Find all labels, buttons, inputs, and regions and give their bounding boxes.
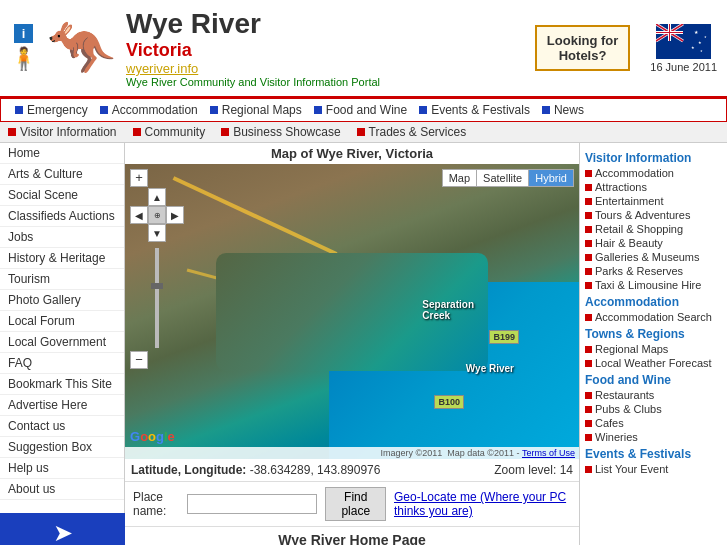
nav-item-news[interactable]: News [536,103,590,117]
hybrid-btn[interactable]: Hybrid [529,169,574,187]
right-link[interactable]: Local Weather Forecast [595,357,712,369]
pan-center-btn[interactable]: ⊕ [148,206,166,224]
right-link[interactable]: Parks & Reserves [595,265,683,277]
left-menu-item[interactable]: History & Heritage [0,248,124,269]
hotel-box-line2: Hotels? [547,48,619,63]
right-link[interactable]: Pubs & Clubs [595,403,662,415]
right-link-item: Cafes [585,417,722,429]
sub-nav-item-visitor-information[interactable]: Visitor Information [8,125,117,139]
left-menu-item[interactable]: Contact us [0,416,124,437]
nav-item-label: Food and Wine [326,103,407,117]
svg-text:★: ★ [698,40,702,45]
b199-badge: B199 [489,330,519,344]
nav-item-events-festivals[interactable]: Events & Festivals [413,103,536,117]
b100-badge: B100 [434,395,464,409]
right-link-dot-icon [585,434,592,441]
svg-text:★: ★ [691,45,695,50]
right-section-title[interactable]: Visitor Information [585,151,722,165]
right-link[interactable]: Taxi & Limousine Hire [595,279,701,291]
right-link[interactable]: Retail & Shopping [595,223,683,235]
left-menu-item[interactable]: Help us [0,458,124,479]
left-menu-item[interactable]: Jobs [0,227,124,248]
right-link-dot-icon [585,254,592,261]
left-menu-item[interactable]: Photo Gallery [0,290,124,311]
right-link[interactable]: Cafes [595,417,624,429]
right-link[interactable]: Restaurants [595,389,654,401]
zoom-minus-btn[interactable]: − [130,351,148,369]
zoom-plus-btn[interactable]: + [130,169,148,187]
pan-down-btn[interactable]: ▼ [148,224,166,242]
left-sidebar: HomeArts & CultureSocial SceneClassified… [0,143,125,545]
sub-nav-item-community[interactable]: Community [133,125,206,139]
geo-locate-link[interactable]: Geo-Locate me (Where your PC thinks you … [394,490,571,518]
right-link[interactable]: Wineries [595,431,638,443]
right-link-dot-icon [585,282,592,289]
person-icon: 🧍 [10,46,37,72]
right-link-item: Wineries [585,431,722,443]
right-link[interactable]: Galleries & Museums [595,251,700,263]
pan-right-btn[interactable]: ▶ [166,206,184,224]
left-menu-item[interactable]: Classifieds Auctions [0,206,124,227]
right-link-dot-icon [585,420,592,427]
main-layout: HomeArts & CultureSocial SceneClassified… [0,143,727,545]
right-link-dot-icon [585,170,592,177]
nav-item-accommodation[interactable]: Accommodation [94,103,204,117]
nav-item-food-and-wine[interactable]: Food and Wine [308,103,413,117]
nav-item-emergency[interactable]: Emergency [9,103,94,117]
right-link[interactable]: Regional Maps [595,343,668,355]
left-menu-item[interactable]: About us [0,479,124,500]
nav-dot-icon [15,106,23,114]
right-section-title[interactable]: Towns & Regions [585,327,722,341]
sub-nav-dot-icon [133,128,141,136]
find-place-button[interactable]: Find place [325,487,386,521]
nav-item-regional-maps[interactable]: Regional Maps [204,103,308,117]
right-link-item: Accommodation [585,167,722,179]
left-menu-item[interactable]: Local Forum [0,311,124,332]
terms-of-use-link[interactable]: Terms of Use [522,448,575,458]
place-name-input[interactable] [187,494,317,514]
left-menu-item[interactable]: FAQ [0,353,124,374]
site-url[interactable]: wyeriver.info [126,61,535,76]
right-link[interactable]: Accommodation [595,167,674,179]
map-info-bar: Latitude, Longitude: -38.634289, 143.890… [125,459,579,482]
right-sidebar: Visitor InformationAccommodationAttracti… [579,143,727,545]
date-display: 16 June 2011 [650,61,717,73]
right-link[interactable]: Tours & Adventures [595,209,690,221]
map-btn[interactable]: Map [442,169,477,187]
left-menu-item[interactable]: Arts & Culture [0,164,124,185]
sub-nav-item-label: Trades & Services [369,125,467,139]
left-menu-item[interactable]: Tourism [0,269,124,290]
sub-nav-bar: Visitor InformationCommunityBusiness Sho… [0,122,727,143]
left-menu-item[interactable]: Local Government [0,332,124,353]
sub-nav-item-business-showcase[interactable]: Business Showcase [221,125,340,139]
right-section-title[interactable]: Events & Festivals [585,447,722,461]
kangaroo-icon: 🦘 [47,16,116,81]
right-link[interactable]: Entertainment [595,195,663,207]
header-top-right: Looking for Hotels? ★ ★ ★ ★ ★ [535,24,717,73]
left-menu-item[interactable]: Advertise Here [0,395,124,416]
right-link[interactable]: List Your Event [595,463,668,475]
right-link[interactable]: Hair & Beauty [595,237,663,249]
left-menu-item[interactable]: Social Scene [0,185,124,206]
pan-left-btn[interactable]: ◀ [130,206,148,224]
hotel-search-box[interactable]: Looking for Hotels? [535,25,631,71]
left-menu-item[interactable]: Home [0,143,124,164]
zoom-bar[interactable] [130,248,184,348]
left-menu-item[interactable]: Suggestion Box [0,437,124,458]
left-menu-item[interactable]: Bookmark This Site [0,374,124,395]
separation-creek-label: SeparationCreek [422,299,474,321]
right-section-title[interactable]: Food and Wine [585,373,722,387]
right-section-title[interactable]: Accommodation [585,295,722,309]
lat-lng-label: Latitude, Longitude: [131,463,246,477]
zoom-value: 14 [560,463,573,477]
bottom-cta-section[interactable]: ➤ [0,513,125,545]
right-link-dot-icon [585,268,592,275]
sub-nav-dot-icon [357,128,365,136]
satellite-btn[interactable]: Satellite [477,169,529,187]
pan-up-btn[interactable]: ▲ [148,188,166,206]
right-link[interactable]: Attractions [595,181,647,193]
sub-nav-item-trades-services[interactable]: Trades & Services [357,125,467,139]
right-link-dot-icon [585,346,592,353]
right-link[interactable]: Accommodation Search [595,311,712,323]
map-container[interactable]: + ▲ ◀ ⊕ ▶ ▼ − [125,164,579,459]
